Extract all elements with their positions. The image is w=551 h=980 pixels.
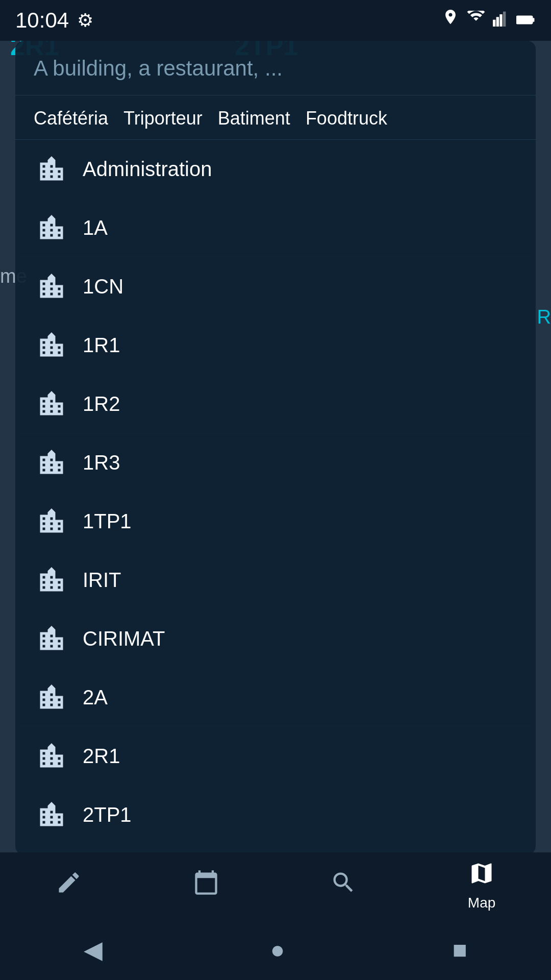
building-list-item[interactable]: Administration: [20, 140, 531, 199]
search-input[interactable]: [34, 56, 517, 81]
building-icon: [34, 386, 69, 422]
svg-rect-2: [499, 14, 502, 27]
status-time: 10:04: [15, 8, 69, 33]
building-name: CIRIMAT: [83, 627, 165, 650]
building-list-item[interactable]: 1R2: [20, 375, 531, 433]
filter-row: Cafétéria Triporteur Batiment Foodtruck: [15, 95, 536, 140]
filter-cafeteria[interactable]: Cafétéria: [34, 108, 108, 129]
building-icon: [34, 268, 69, 304]
building-icon: [34, 210, 69, 246]
building-icon: [34, 151, 69, 187]
building-name: 1R3: [83, 451, 120, 474]
edit-icon: [56, 869, 82, 902]
building-name: 1CN: [83, 275, 123, 298]
building-list-item[interactable]: 2R1: [20, 727, 531, 786]
recent-button[interactable]: ■: [453, 936, 467, 964]
building-icon: [34, 797, 69, 832]
nav-edit[interactable]: [56, 869, 82, 902]
building-name: 2A: [83, 686, 108, 709]
back-button[interactable]: ◀: [84, 935, 103, 964]
building-name: 1R1: [83, 334, 120, 357]
building-icon: [34, 562, 69, 598]
map-nav-label: Map: [468, 895, 495, 911]
wifi-icon: [466, 11, 486, 30]
building-icon: [34, 445, 69, 480]
status-left: 10:04 ⚙: [15, 8, 93, 33]
android-nav-bar: ◀ ● ■: [0, 919, 551, 980]
location-icon: [442, 8, 459, 33]
map-label-mid-right: R: [537, 306, 551, 328]
building-list-item[interactable]: 2TP1: [20, 786, 531, 844]
building-name: IRIT: [83, 569, 121, 592]
building-icon: [34, 327, 69, 363]
svg-rect-0: [493, 20, 495, 27]
building-icon: [34, 503, 69, 539]
svg-rect-1: [496, 17, 499, 27]
building-list-item[interactable]: IRIT: [20, 551, 531, 609]
building-list-item[interactable]: 2A: [20, 668, 531, 727]
home-button[interactable]: ●: [270, 936, 285, 964]
building-list-item[interactable]: 1A: [20, 199, 531, 257]
search-panel: Cafétéria Triporteur Batiment Foodtruck …: [15, 41, 536, 854]
building-name: 1TP1: [83, 510, 132, 533]
building-list-item[interactable]: 1R1: [20, 316, 531, 375]
building-list: Administration 1A 1CN 1R1 1R2 1R3 1TP1: [15, 140, 536, 844]
svg-rect-3: [503, 12, 506, 27]
svg-rect-4: [516, 16, 533, 23]
signal-icon: [493, 10, 509, 31]
building-list-item[interactable]: 1R3: [20, 433, 531, 492]
building-icon: [34, 621, 69, 656]
nav-search[interactable]: [330, 869, 357, 902]
nav-calendar[interactable]: [193, 869, 219, 902]
calendar-icon: [193, 869, 219, 902]
battery-icon: [516, 11, 536, 30]
building-name: Administration: [83, 158, 212, 181]
building-list-item[interactable]: CIRIMAT: [20, 609, 531, 668]
building-list-item[interactable]: 1TP1: [20, 492, 531, 551]
building-name: 2TP1: [83, 803, 132, 826]
building-icon: [34, 738, 69, 774]
svg-rect-5: [533, 18, 535, 22]
building-name: 2R1: [83, 745, 120, 768]
status-right: [442, 8, 536, 33]
filter-batiment[interactable]: Batiment: [218, 108, 290, 129]
filter-foodtruck[interactable]: Foodtruck: [306, 108, 387, 129]
filter-triporteur[interactable]: Triporteur: [123, 108, 203, 129]
nav-map[interactable]: Map: [468, 860, 495, 911]
bottom-nav: Map: [0, 852, 551, 919]
map-icon: [468, 860, 495, 893]
status-bar: 10:04 ⚙: [0, 0, 551, 41]
building-icon: [34, 679, 69, 715]
search-icon: [330, 869, 357, 902]
gear-icon: ⚙: [77, 10, 93, 31]
building-list-item[interactable]: 1CN: [20, 257, 531, 316]
building-name: 1R2: [83, 393, 120, 415]
search-input-row[interactable]: [15, 41, 536, 95]
building-name: 1A: [83, 216, 108, 239]
